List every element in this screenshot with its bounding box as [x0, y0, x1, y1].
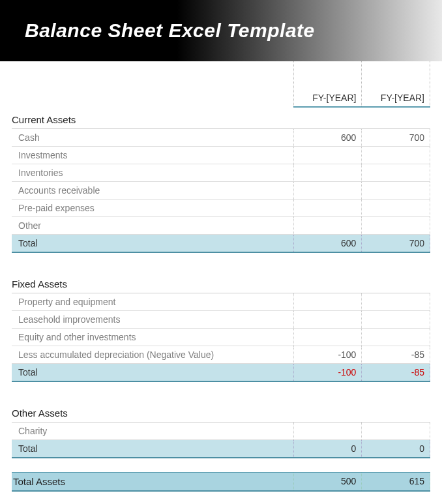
cell — [362, 311, 430, 329]
grand-total-label: Total Assets — [12, 472, 293, 491]
row-label: Cash — [12, 129, 293, 147]
row-label: Property and equipment — [12, 293, 293, 311]
cell — [293, 147, 362, 164]
section-label: Current Assets — [12, 107, 430, 129]
total-label: Total — [12, 364, 293, 382]
cell — [362, 182, 430, 200]
total-cell: 600 — [293, 235, 362, 253]
row-label: Pre-paid expenses — [12, 200, 293, 217]
table-row: Leasehold improvements — [12, 311, 430, 329]
cell — [293, 329, 362, 346]
cell — [293, 164, 362, 182]
balance-sheet: FY-[YEAR] FY-[YEAR] Current Assets Cash6… — [0, 61, 442, 492]
section-label: Other Assets — [12, 401, 430, 422]
table-row: Less accumulated depreciation (Negative … — [12, 346, 430, 364]
cell — [362, 422, 430, 440]
cell — [293, 200, 362, 217]
row-label: Investments — [12, 147, 293, 164]
column-headers: FY-[YEAR] FY-[YEAR] — [12, 61, 430, 107]
table-row: Property and equipment — [12, 293, 430, 311]
cell: 700 — [362, 129, 430, 147]
cell — [362, 217, 430, 235]
cell: 600 — [293, 129, 362, 147]
balance-table: FY-[YEAR] FY-[YEAR] Current Assets Cash6… — [12, 61, 430, 492]
section-total: Total00 — [12, 440, 430, 458]
grand-total-cell: 500 — [293, 472, 362, 491]
cell: -85 — [362, 346, 430, 364]
row-label: Equity and other investments — [12, 329, 293, 346]
total-cell: 700 — [362, 235, 430, 253]
total-cell: 0 — [362, 440, 430, 458]
table-row: Cash600700 — [12, 129, 430, 147]
grand-total: Total Assets500615 — [12, 472, 430, 491]
section-label: Fixed Assets — [12, 272, 430, 293]
row-label: Leasehold improvements — [12, 311, 293, 329]
section-total: Total600700 — [12, 235, 430, 253]
section-title: Fixed Assets — [12, 272, 430, 293]
total-cell: -100 — [293, 364, 362, 382]
table-row: Investments — [12, 147, 430, 164]
table-row: Pre-paid expenses — [12, 200, 430, 217]
table-row: Equity and other investments — [12, 329, 430, 346]
row-label: Accounts receivable — [12, 182, 293, 200]
table-row: Charity — [12, 422, 430, 440]
cell — [293, 182, 362, 200]
total-cell: -85 — [362, 364, 430, 382]
cell — [293, 311, 362, 329]
col-year2: FY-[YEAR] — [362, 61, 430, 107]
total-label: Total — [12, 440, 293, 458]
col-year1: FY-[YEAR] — [293, 61, 362, 107]
cell — [293, 293, 362, 311]
cell — [293, 217, 362, 235]
cell — [362, 164, 430, 182]
total-label: Total — [12, 235, 293, 253]
cell — [362, 147, 430, 164]
section-title: Other Assets — [12, 401, 430, 422]
cell — [362, 329, 430, 346]
row-label: Charity — [12, 422, 293, 440]
table-row: Other — [12, 217, 430, 235]
page-title: Balance Sheet Excel Template — [0, 0, 442, 61]
total-cell: 0 — [293, 440, 362, 458]
cell — [362, 293, 430, 311]
table-row: Inventories — [12, 164, 430, 182]
table-row: Accounts receivable — [12, 182, 430, 200]
section-total: Total-100-85 — [12, 364, 430, 382]
section-title: Current Assets — [12, 107, 430, 129]
row-label: Other — [12, 217, 293, 235]
row-label: Inventories — [12, 164, 293, 182]
cell: -100 — [293, 346, 362, 364]
cell — [293, 422, 362, 440]
row-label: Less accumulated depreciation (Negative … — [12, 346, 293, 364]
grand-total-cell: 615 — [362, 472, 430, 491]
cell — [362, 200, 430, 217]
